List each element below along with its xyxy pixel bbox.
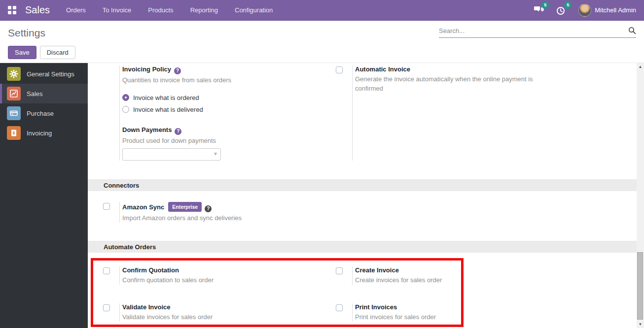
chevron-down-icon: ▾ <box>214 150 217 157</box>
page-header: Settings Save Discard <box>0 21 644 63</box>
setting-print-invoices: Print Invoices Print invoices for sales … <box>336 303 436 322</box>
setting-desc: Validate invoices for sales order <box>122 312 213 322</box>
setting-title: Down Payments? <box>122 126 231 135</box>
setting-confirm-quotation: Confirm Quotation Confirm quotation to s… <box>103 266 336 285</box>
search-box <box>439 27 636 38</box>
enterprise-badge: Enterprise <box>168 202 202 212</box>
setting-create-invoice: Create Invoice Create invoices for sales… <box>336 266 442 285</box>
setting-desc: Quantities to invoice from sales orders <box>122 75 231 85</box>
sidebar-label: Sales <box>27 90 43 98</box>
setting-desc: Print invoices for sales order <box>355 312 436 322</box>
setting-validate-invoice: Validate Invoice Validate invoices for s… <box>103 303 336 322</box>
setting-down-payments: Down Payments? Product used for down pay… <box>122 126 231 161</box>
section-header-connectors: Connectors <box>88 179 644 191</box>
setting-desc: Generate the invoice automatically when … <box>355 74 536 93</box>
validate-invoice-checkbox[interactable] <box>103 304 110 311</box>
user-avatar <box>578 4 591 17</box>
scroll-up-arrow-icon[interactable]: ▲ <box>637 63 644 70</box>
apps-menu-icon[interactable] <box>8 6 16 14</box>
app-brand[interactable]: Sales <box>25 4 50 16</box>
save-button[interactable]: Save <box>8 46 36 59</box>
setting-invoicing-policy: Invoicing Policy? Quantities to invoice … <box>103 66 336 161</box>
highlight-box: Confirm Quotation Confirm quotation to s… <box>91 258 464 327</box>
sales-chart-icon <box>7 87 21 100</box>
sidebar-label: Invoicing <box>27 130 52 137</box>
print-invoices-checkbox[interactable] <box>336 304 343 311</box>
setting-title: Amazon SyncEnterprise? <box>122 202 242 212</box>
sidebar-item-purchase[interactable]: Purchase <box>0 103 88 123</box>
scrollbar[interactable]: ▲ ▼ <box>637 63 644 328</box>
help-icon[interactable]: ? <box>175 128 181 135</box>
setting-title: Print Invoices <box>355 303 436 311</box>
messages-icon[interactable]: 5 <box>533 5 546 16</box>
section-header-automate-orders: Automate Orders <box>88 241 644 253</box>
setting-desc: Confirm quotation to sales order <box>122 275 214 285</box>
sidebar-label: General Settings <box>27 70 74 78</box>
setting-desc: Create invoices for sales order <box>355 275 442 285</box>
credit-card-icon <box>7 106 21 120</box>
setting-desc: Product used for down payments <box>122 136 231 145</box>
setting-title: Create Invoice <box>355 266 442 274</box>
scroll-down-arrow-icon[interactable]: ▼ <box>637 321 644 328</box>
help-icon[interactable]: ? <box>174 67 181 74</box>
activities-badge: 5 <box>564 1 572 9</box>
setting-title: Validate Invoice <box>122 303 213 311</box>
settings-content: Invoicing Policy? Quantities to invoice … <box>88 63 644 328</box>
radio-invoice-ordered[interactable] <box>122 94 129 101</box>
search-icon[interactable] <box>628 27 636 34</box>
nav-menu-orders[interactable]: Orders <box>66 6 86 14</box>
setting-title: Invoicing Policy? <box>122 66 231 74</box>
radio-invoice-delivered[interactable] <box>122 106 129 113</box>
svg-text:$: $ <box>12 131 15 135</box>
setting-title: Confirm Quotation <box>122 266 214 274</box>
setting-automatic-invoice: Automatic Invoice Generate the invoice a… <box>336 66 536 161</box>
top-navbar: Sales Orders To Invoice Products Reporti… <box>0 0 644 21</box>
activities-icon[interactable]: 5 <box>556 5 569 16</box>
settings-sidebar: General Settings Sales Purchase <box>0 63 88 328</box>
setting-desc: Import Amazon orders and sync deliveries <box>122 213 242 223</box>
page-title: Settings <box>8 27 45 39</box>
automatic-invoice-checkbox[interactable] <box>336 66 343 73</box>
nav-menu-products[interactable]: Products <box>148 6 173 14</box>
search-input[interactable] <box>439 27 628 34</box>
amazon-sync-checkbox[interactable] <box>103 203 110 210</box>
nav-menu-to-invoice[interactable]: To Invoice <box>103 6 132 14</box>
confirm-quotation-checkbox[interactable] <box>103 267 110 274</box>
setting-amazon-sync: Amazon SyncEnterprise? Import Amazon ord… <box>103 202 336 223</box>
nav-menu-reporting[interactable]: Reporting <box>190 6 218 14</box>
scrollbar-thumb[interactable] <box>637 252 643 320</box>
gear-icon <box>7 67 21 81</box>
create-invoice-checkbox[interactable] <box>336 267 343 274</box>
radio-label: Invoice what is ordered <box>133 94 199 101</box>
radio-label: Invoice what is delivered <box>133 106 203 113</box>
setting-title: Automatic Invoice <box>355 66 536 73</box>
help-icon[interactable]: ? <box>205 205 212 212</box>
sidebar-item-general-settings[interactable]: General Settings <box>0 64 88 84</box>
sidebar-item-invoicing[interactable]: $ Invoicing <box>0 123 88 143</box>
user-menu[interactable]: Mitchell Admin <box>578 4 636 17</box>
nav-menus: Orders To Invoice Products Reporting Con… <box>66 6 273 14</box>
down-payments-select[interactable]: ▾ <box>122 148 221 161</box>
messages-badge: 5 <box>541 1 549 9</box>
invoice-doc-icon: $ <box>7 126 21 140</box>
nav-menu-configuration[interactable]: Configuration <box>235 6 273 14</box>
sidebar-item-sales[interactable]: Sales <box>0 84 88 103</box>
sidebar-label: Purchase <box>27 110 54 117</box>
discard-button[interactable]: Discard <box>40 46 75 59</box>
user-name: Mitchell Admin <box>595 6 636 14</box>
